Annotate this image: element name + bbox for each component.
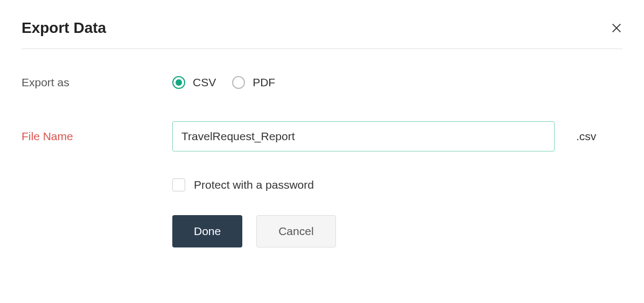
file-extension: .csv bbox=[576, 130, 596, 143]
radio-circle-icon bbox=[172, 76, 185, 89]
radio-circle-icon bbox=[232, 76, 245, 89]
radio-dot-icon bbox=[176, 79, 182, 86]
filename-input[interactable] bbox=[172, 121, 555, 152]
button-row-container: Done Cancel bbox=[22, 215, 622, 247]
done-button[interactable]: Done bbox=[172, 215, 242, 247]
close-icon bbox=[611, 22, 622, 34]
protect-label: Protect with a password bbox=[194, 178, 314, 191]
dialog-title: Export Data bbox=[22, 19, 106, 37]
cancel-button[interactable]: Cancel bbox=[256, 215, 335, 247]
filename-controls: .csv bbox=[172, 121, 596, 152]
radio-option-pdf[interactable]: PDF bbox=[232, 76, 275, 89]
filename-label: File Name bbox=[22, 130, 172, 143]
export-as-row: Export as CSV PDF bbox=[22, 76, 622, 89]
protect-row: Protect with a password bbox=[22, 178, 622, 191]
export-as-label: Export as bbox=[22, 76, 172, 89]
radio-label-pdf: PDF bbox=[253, 76, 275, 89]
filename-row: File Name .csv bbox=[22, 121, 622, 152]
dialog-header: Export Data bbox=[22, 19, 622, 49]
checkbox-box-icon bbox=[172, 178, 185, 191]
close-button[interactable] bbox=[611, 22, 622, 34]
radio-label-csv: CSV bbox=[193, 76, 216, 89]
form-area: Export as CSV PDF File Name .csv Protect… bbox=[22, 49, 622, 247]
protect-checkbox[interactable]: Protect with a password bbox=[172, 178, 314, 191]
button-row: Done Cancel bbox=[172, 215, 336, 247]
export-as-radio-group: CSV PDF bbox=[172, 76, 275, 89]
radio-option-csv[interactable]: CSV bbox=[172, 76, 216, 89]
